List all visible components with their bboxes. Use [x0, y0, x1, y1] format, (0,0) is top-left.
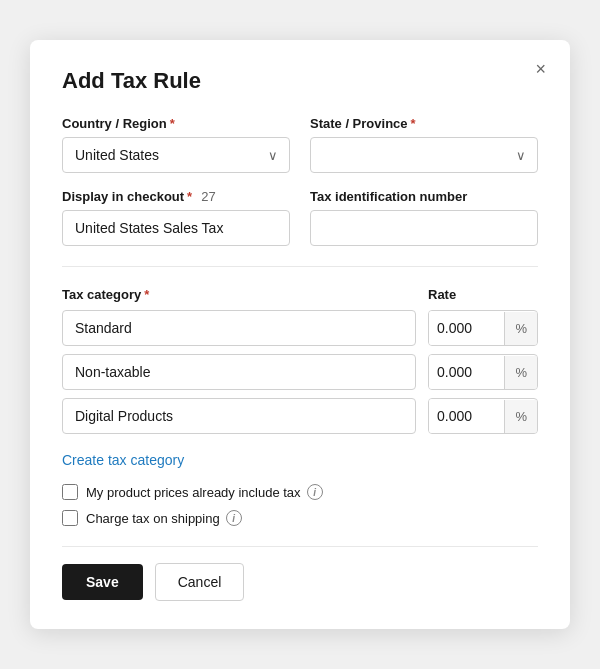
display-checkout-col: Display in checkout * 27 [62, 189, 290, 246]
tax-rows-container: % % % [62, 310, 538, 434]
tax-category-nontaxable-input[interactable] [62, 354, 416, 390]
footer-divider [62, 546, 538, 547]
country-region-col: Country / Region * United States Canada … [62, 116, 290, 173]
prices-include-tax-checkbox[interactable] [62, 484, 78, 500]
rate-header: Rate [428, 287, 538, 302]
tax-identification-label: Tax identification number [310, 189, 538, 204]
tax-identification-col: Tax identification number [310, 189, 538, 246]
row-display-taxid: Display in checkout * 27 Tax identificat… [62, 189, 538, 246]
country-region-label: Country / Region * [62, 116, 290, 131]
state-province-select-wrapper [310, 137, 538, 173]
rate-digital-wrapper: % [428, 398, 538, 434]
checkbox-prices-include-tax-row: My product prices already include tax i [62, 484, 538, 500]
state-province-select[interactable] [310, 137, 538, 173]
rate-standard-input[interactable] [429, 311, 504, 345]
charge-tax-shipping-label: Charge tax on shipping i [86, 510, 242, 526]
table-row: % [62, 310, 538, 346]
tax-table-header: Tax category * Rate [62, 287, 538, 302]
rate-nontaxable-wrapper: % [428, 354, 538, 390]
table-row: % [62, 354, 538, 390]
tax-category-header: Tax category * [62, 287, 416, 302]
rate-digital-unit: % [504, 400, 537, 433]
charge-tax-shipping-checkbox[interactable] [62, 510, 78, 526]
table-row: % [62, 398, 538, 434]
modal-title: Add Tax Rule [62, 68, 538, 94]
country-required-marker: * [170, 116, 175, 131]
rate-nontaxable-unit: % [504, 356, 537, 389]
footer-buttons: Save Cancel [62, 563, 538, 601]
display-checkout-input[interactable] [62, 210, 290, 246]
prices-include-tax-info-icon[interactable]: i [307, 484, 323, 500]
section-divider [62, 266, 538, 267]
tax-category-standard-input[interactable] [62, 310, 416, 346]
rate-standard-unit: % [504, 312, 537, 345]
tax-identification-input[interactable] [310, 210, 538, 246]
country-region-select-wrapper: United States Canada United Kingdom Aust… [62, 137, 290, 173]
rate-digital-input[interactable] [429, 399, 504, 433]
country-region-select[interactable]: United States Canada United Kingdom Aust… [62, 137, 290, 173]
char-count: 27 [201, 189, 215, 204]
rate-nontaxable-input[interactable] [429, 355, 504, 389]
prices-include-tax-label: My product prices already include tax i [86, 484, 323, 500]
close-button[interactable]: × [531, 56, 550, 82]
checkbox-charge-tax-shipping-row: Charge tax on shipping i [62, 510, 538, 526]
display-required-marker: * [187, 189, 192, 204]
display-checkout-label: Display in checkout * 27 [62, 189, 290, 204]
state-province-col: State / Province * [310, 116, 538, 173]
charge-tax-shipping-info-icon[interactable]: i [226, 510, 242, 526]
create-tax-category-link[interactable]: Create tax category [62, 452, 184, 468]
state-required-marker: * [411, 116, 416, 131]
state-province-label: State / Province * [310, 116, 538, 131]
tax-category-required-marker: * [144, 287, 149, 302]
cancel-button[interactable]: Cancel [155, 563, 245, 601]
save-button[interactable]: Save [62, 564, 143, 600]
modal-overlay: × Add Tax Rule Country / Region * United… [0, 0, 600, 669]
row-country-state: Country / Region * United States Canada … [62, 116, 538, 173]
tax-category-digital-input[interactable] [62, 398, 416, 434]
add-tax-rule-modal: × Add Tax Rule Country / Region * United… [30, 40, 570, 629]
rate-standard-wrapper: % [428, 310, 538, 346]
